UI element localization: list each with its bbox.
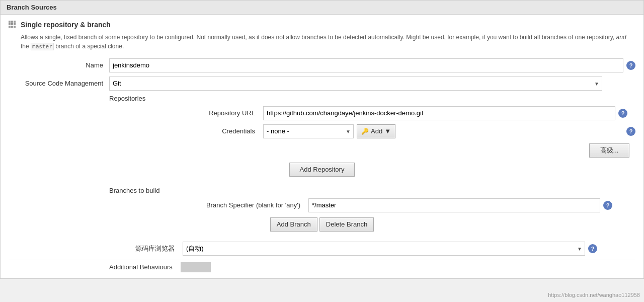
repositories-label: Repositories (109, 95, 635, 102)
source-browser-row: 源码库浏览器 (自动) ▼ ? (109, 242, 635, 256)
branch-specifier-row: Branch Specifier (blank for 'any') ? (190, 198, 635, 212)
advanced-button[interactable]: 高级... (589, 143, 629, 158)
source-browser-label: 源码库浏览器 (109, 244, 180, 253)
watermark: https://blog.csdn.net/wanghao112958 (548, 292, 640, 298)
additional-label: Additional Behaviours (109, 263, 173, 271)
credentials-help-icon[interactable]: ? (626, 127, 635, 136)
branches-section: Branches to build Branch Specifier (blan… (109, 187, 635, 212)
repo-url-row: Repository URL ? (190, 106, 635, 120)
additional-behaviours-row: Additional Behaviours (109, 262, 635, 272)
source-browser-select-wrap: (自动) ▼ (183, 242, 585, 256)
credentials-row: Credentials - none - ▼ 🔑 Add ▼ ? (190, 124, 635, 138)
section-description: Allows a single, fixed branch of some re… (21, 33, 635, 51)
add-repository-button[interactable]: Add Repository (289, 163, 355, 177)
repo-url-input[interactable] (263, 106, 615, 120)
name-label: Name (9, 61, 109, 69)
divider (9, 260, 635, 260)
delete-branch-button[interactable]: Delete Branch (319, 217, 374, 232)
additional-placeholder (181, 262, 211, 272)
name-control-wrap: ? (109, 58, 635, 72)
credentials-select[interactable]: - none - (263, 124, 354, 138)
branch-sources-header: Branch Sources (1, 1, 643, 15)
source-browser-select[interactable]: (自动) (183, 242, 585, 256)
branch-specifier-input[interactable] (308, 198, 600, 212)
credentials-select-wrap: - none - ▼ (263, 124, 354, 138)
add-branch-button[interactable]: Add Branch (270, 217, 317, 232)
branch-sources-title: Branch Sources (7, 4, 57, 11)
credentials-label: Credentials (190, 127, 260, 135)
branch-specifier-label: Branch Specifier (blank for 'any') (190, 201, 305, 209)
repositories-section: Repositories Repository URL ? Credential… (109, 95, 635, 138)
dropdown-arrow-icon: ▼ (384, 127, 391, 135)
repo-url-help-icon[interactable]: ? (618, 109, 627, 118)
grid-icon (9, 21, 17, 29)
add-repo-row: Add Repository (9, 163, 635, 177)
scm-label: Source Code Management (9, 80, 109, 87)
scm-row: Source Code Management Git ▼ (9, 77, 635, 91)
repo-url-label: Repository URL (190, 109, 260, 117)
section-title-row: Single repository & branch (9, 21, 635, 29)
source-browser-help-icon[interactable]: ? (588, 244, 597, 253)
name-help-icon[interactable]: ? (626, 61, 635, 70)
scm-control-wrap: Git ▼ (109, 77, 635, 91)
scm-select-wrap: Git ▼ (109, 77, 602, 91)
key-icon: 🔑 (361, 128, 369, 135)
add-delete-branch-row: Add Branch Delete Branch (9, 217, 635, 232)
add-credentials-button[interactable]: 🔑 Add ▼ (357, 124, 395, 138)
name-input[interactable] (109, 58, 623, 72)
advanced-row: 高级... (9, 143, 629, 158)
scm-select[interactable]: Git (109, 77, 602, 91)
section-title: Single repository & branch (21, 21, 111, 29)
branch-specifier-help-icon[interactable]: ? (603, 201, 612, 210)
branches-label: Branches to build (109, 187, 635, 194)
page-wrapper: Branch Sources Single repository & branc… (0, 0, 644, 279)
name-row: Name ? (9, 58, 635, 72)
main-section: Single repository & branch Allows a sing… (1, 15, 643, 278)
